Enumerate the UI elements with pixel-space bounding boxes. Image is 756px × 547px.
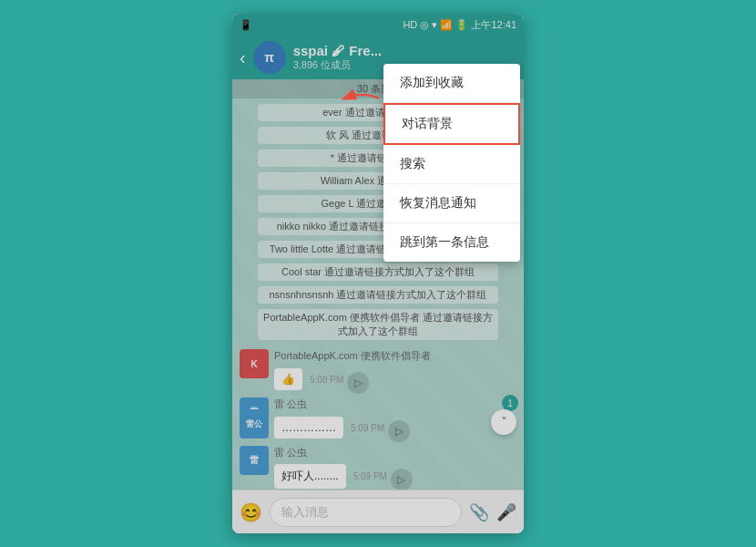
menu-item-restore-notifications[interactable]: 恢复消息通知: [383, 184, 520, 223]
dropdown-menu: 添加到收藏 对话背景 搜索 恢复消息通知 跳到第一条信息: [383, 64, 520, 262]
menu-item-favorites[interactable]: 添加到收藏: [383, 64, 520, 103]
menu-item-background[interactable]: 对话背景: [383, 103, 520, 145]
menu-item-first-message[interactable]: 跳到第一条信息: [383, 223, 520, 262]
arrow-indicator: [337, 85, 383, 112]
menu-item-search[interactable]: 搜索: [383, 145, 520, 184]
phone-container: 📱 HD ◎ ▾ 📶 🔋 上午12:41 ‹ π sspai 🖋 Fre... …: [232, 14, 524, 533]
